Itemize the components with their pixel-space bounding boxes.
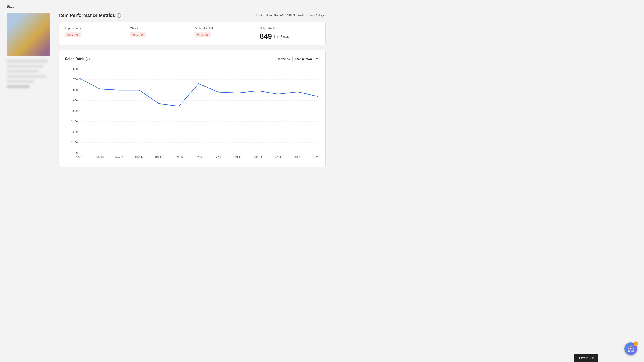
svg-text:Dec 02: Dec 02 — [135, 156, 143, 158]
svg-text:800: 800 — [73, 88, 78, 92]
quick-learn-icon: ⚡ — [630, 345, 632, 348]
down-arrow-icon: ↓ — [273, 34, 276, 39]
chart-area: 600 700 800 900 1,000 1,100 1,200 1,300 … — [67, 67, 320, 162]
product-detail2-blurred — [7, 75, 46, 78]
clicks-metric: Clicks Very low — [125, 27, 190, 41]
last-updated-text: Last updated Feb 05, 2025 (Refreshes eve… — [256, 14, 326, 17]
svg-text:Jan 13: Jan 13 — [254, 156, 262, 158]
product-detail3-blurred — [7, 80, 34, 83]
sidebar — [7, 13, 52, 167]
svg-text:Jan 20: Jan 20 — [274, 156, 282, 158]
svg-text:1,200: 1,200 — [71, 130, 78, 134]
product-subtitle-blurred — [7, 65, 43, 68]
back-link[interactable]: Back — [7, 5, 14, 8]
svg-text:900: 900 — [73, 99, 78, 102]
sales-rank-value: 849 ↓ in Pasta — [260, 32, 316, 41]
sales-rank-label: Sales Rank — [260, 27, 316, 30]
chart-info-icon[interactable]: i — [86, 57, 90, 61]
svg-text:Dec 23: Dec 23 — [195, 156, 203, 158]
quick-learn-label: QuickLearn — [628, 348, 634, 352]
svg-text:1,100: 1,100 — [71, 120, 78, 123]
product-detail-blurred — [7, 70, 39, 73]
refine-by-container: Refine by Last 90 days Last 30 days Last… — [277, 56, 320, 62]
metrics-card: Impressions Very low Clicks Very low Add… — [59, 22, 326, 45]
svg-text:Feb 03: Feb 03 — [314, 156, 320, 158]
impressions-label: Impressions — [65, 27, 120, 30]
feedback-button[interactable]: Feedback — [574, 353, 598, 362]
added-to-cart-metric: Added to Cart Very low — [190, 27, 255, 41]
svg-text:Nov 18: Nov 18 — [96, 156, 104, 158]
product-title-blurred — [7, 60, 48, 63]
page-title: Item Performance Metrics i — [59, 13, 121, 18]
title-info-icon[interactable]: i — [117, 14, 121, 18]
svg-text:600: 600 — [73, 68, 78, 71]
svg-text:1,400: 1,400 — [71, 151, 78, 155]
chart-header: Sales Rank i Refine by Last 90 days Last… — [65, 56, 320, 62]
refine-select[interactable]: Last 90 days Last 30 days Last 180 days — [292, 56, 320, 62]
sales-rank-metric: Sales Rank 849 ↓ in Pasta — [255, 27, 320, 41]
added-to-cart-badge: Very low — [195, 32, 211, 37]
quick-learn-button[interactable]: ⚡ QuickLearn 7 — [624, 342, 637, 355]
svg-text:Jan 06: Jan 06 — [234, 156, 242, 158]
quick-learn-badge: 7 — [634, 341, 638, 346]
svg-text:Dec 30: Dec 30 — [214, 156, 222, 158]
content-area: Item Performance Metrics i Last updated … — [59, 13, 326, 167]
impressions-badge: Very low — [65, 32, 80, 37]
svg-text:1,300: 1,300 — [71, 141, 78, 144]
product-image — [7, 13, 50, 56]
sales-rank-chart: 600 700 800 900 1,000 1,100 1,200 1,300 … — [67, 67, 320, 162]
clicks-badge: Very low — [130, 32, 146, 37]
added-to-cart-label: Added to Cart — [195, 27, 250, 30]
chart-title: Sales Rank i — [65, 57, 90, 61]
sales-rank-number: 849 — [260, 32, 272, 41]
impressions-metric: Impressions Very low — [65, 27, 125, 41]
svg-text:Nov 11: Nov 11 — [76, 156, 84, 158]
chart-card: Sales Rank i Refine by Last 90 days Last… — [59, 50, 326, 167]
svg-text:700: 700 — [73, 78, 78, 81]
refine-label: Refine by — [277, 57, 290, 61]
svg-text:Dec 09: Dec 09 — [155, 156, 163, 158]
svg-text:Dec 16: Dec 16 — [175, 156, 183, 158]
title-text: Item Performance Metrics — [59, 13, 115, 18]
svg-text:Nov 25: Nov 25 — [116, 156, 124, 158]
product-rating-blurred — [7, 85, 30, 88]
svg-text:Jan 27: Jan 27 — [294, 156, 301, 158]
sales-rank-category: in Pasta — [277, 35, 288, 38]
chart-title-text: Sales Rank — [65, 57, 84, 61]
metrics-header: Item Performance Metrics i Last updated … — [59, 13, 326, 18]
svg-text:1,000: 1,000 — [71, 109, 78, 113]
clicks-label: Clicks — [130, 27, 185, 30]
